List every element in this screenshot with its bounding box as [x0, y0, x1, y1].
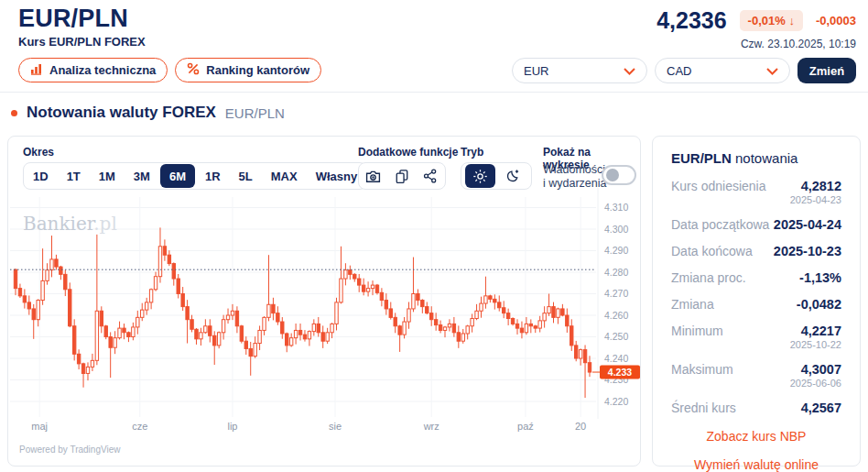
- change-percent-badge: -0,01% ↓: [740, 10, 803, 31]
- stat-row: Zmiana-0,0482: [671, 297, 841, 312]
- powered-by-tradingview: Powered by TradingView: [19, 445, 121, 455]
- header-divider: [0, 92, 868, 93]
- period-button-max[interactable]: MAX: [262, 162, 307, 190]
- stat-sub-date: 2025-10-22: [671, 339, 841, 350]
- stat-sub-date: 2025-06-06: [671, 378, 841, 389]
- chart-panel: Okres 1D1T1M3M6M1R5LMAXWłasny Dodatkowe …: [7, 136, 641, 467]
- candlestick-chart[interactable]: 4.3104.3004.2904.2804.2704.2604.2504.240…: [8, 188, 642, 467]
- period-button-group: 1D1T1M3M6M1R5LMAXWłasny: [23, 162, 367, 190]
- stat-row: Kurs odniesienia4,2812: [671, 179, 841, 193]
- svg-text:4.290: 4.290: [604, 245, 628, 256]
- currency-to-select[interactable]: CAD: [655, 58, 790, 83]
- current-price: 4,2336: [656, 7, 726, 34]
- svg-text:sie: sie: [329, 421, 342, 432]
- stat-row: Data końcowa2025-10-23: [671, 244, 841, 258]
- share-icon[interactable]: [417, 163, 445, 189]
- camera-icon[interactable]: [359, 163, 387, 189]
- stat-row: Minimum4,2217: [671, 324, 841, 338]
- page-title: EUR/PLN: [18, 5, 128, 33]
- news-toggle[interactable]: [602, 165, 636, 185]
- extra-functions-label: Dodatkowe funkcje: [358, 146, 458, 159]
- change-absolute: -0,0003: [816, 14, 856, 27]
- svg-text:4.220: 4.220: [604, 396, 628, 407]
- sidebar-rows: Kurs odniesienia4,28122025-04-23Data poc…: [671, 179, 841, 415]
- copy-icon[interactable]: [387, 163, 416, 189]
- currency-converter: EUR CAD Zmień: [512, 58, 856, 83]
- svg-text:maj: maj: [31, 421, 48, 432]
- quote-block: 4,2336 -0,01% ↓ -0,0003: [656, 7, 856, 34]
- svg-text:4.280: 4.280: [604, 267, 628, 278]
- stats-sidebar: EUR/PLN notowania Kurs odniesienia4,2812…: [652, 136, 861, 467]
- period-button-1m[interactable]: 1M: [90, 162, 125, 190]
- moon-icon[interactable]: [495, 163, 529, 189]
- percent-icon: [187, 62, 200, 78]
- currency-to-value: CAD: [667, 64, 691, 78]
- header-buttons: Analiza techniczna Ranking kantorów: [18, 58, 321, 82]
- svg-text:wrz: wrz: [423, 421, 439, 432]
- technical-analysis-label: Analiza techniczna: [49, 63, 156, 77]
- svg-text:lip: lip: [227, 421, 237, 432]
- chevron-down-icon: [766, 64, 778, 78]
- candles: [14, 227, 591, 398]
- svg-text:paź: paź: [517, 421, 534, 432]
- period-button-5l[interactable]: 5L: [230, 162, 262, 190]
- extra-functions-group: [358, 162, 446, 190]
- section-title-pair: EUR/PLN: [225, 105, 285, 121]
- svg-text:4.300: 4.300: [604, 224, 628, 235]
- exchange-ranking-label: Ranking kantorów: [206, 63, 309, 77]
- sidebar-links: Zobacz kurs NBPWymień walutę online: [671, 429, 841, 472]
- sidebar-title: EUR/PLN notowania: [671, 150, 841, 166]
- bullet-icon: [11, 110, 17, 116]
- bankier-watermark: Bankier.pl: [23, 213, 117, 235]
- period-label: Okres: [23, 146, 54, 159]
- stat-row: Średni kurs4,2567: [671, 401, 841, 415]
- overlay-option-label: Wiadomości i wydarzenia: [543, 163, 606, 191]
- stat-row: Data początkowa2025-04-24: [671, 217, 841, 232]
- toggle-knob: [606, 169, 619, 181]
- svg-text:cze: cze: [132, 421, 147, 432]
- technical-analysis-button[interactable]: Analiza techniczna: [18, 58, 168, 82]
- mode-group: [461, 162, 532, 190]
- sun-icon[interactable]: [465, 164, 495, 188]
- swap-button[interactable]: Zmień: [797, 58, 856, 83]
- exchange-online-link[interactable]: Wymień walutę online: [671, 457, 841, 472]
- page: EUR/PLN Kurs EUR/PLN FOREX 4,2336 -0,01%…: [0, 0, 868, 472]
- svg-text:4.260: 4.260: [604, 310, 628, 321]
- axis-labels: 4.3104.3004.2904.2804.2704.2604.2504.240…: [31, 202, 628, 432]
- exchange-ranking-button[interactable]: Ranking kantorów: [175, 58, 321, 82]
- period-button-1d[interactable]: 1D: [24, 162, 58, 190]
- stat-row: Zmiana proc.-1,13%: [671, 270, 841, 285]
- period-button-6m[interactable]: 6M: [160, 164, 195, 188]
- bar-chart-icon: [30, 62, 43, 78]
- svg-text:4.233: 4.233: [608, 367, 632, 378]
- section-header: Notowania waluty FOREX EUR/PLN: [11, 104, 285, 122]
- svg-text:4.240: 4.240: [604, 353, 628, 364]
- section-title: Notowania waluty FOREX: [27, 104, 216, 122]
- chevron-down-icon: [624, 64, 635, 78]
- svg-text:4.270: 4.270: [604, 288, 628, 299]
- nbp-rate-link[interactable]: Zobacz kurs NBP: [671, 429, 841, 444]
- period-button-3m[interactable]: 3M: [125, 162, 159, 190]
- currency-from-select[interactable]: EUR: [512, 58, 647, 83]
- page-subtitle: Kurs EUR/PLN FOREX: [18, 35, 146, 49]
- currency-from-value: EUR: [524, 64, 548, 78]
- svg-text:4.310: 4.310: [604, 202, 628, 213]
- quote-timestamp: Czw. 23.10.2025, 10:19: [741, 38, 856, 50]
- svg-text:20: 20: [575, 421, 586, 432]
- stat-sub-date: 2025-04-23: [671, 194, 841, 205]
- svg-text:4.250: 4.250: [604, 331, 628, 342]
- period-button-1r[interactable]: 1R: [196, 162, 230, 190]
- stat-row: Maksimum4,3007: [671, 362, 841, 377]
- mode-label: Tryb: [461, 146, 483, 159]
- period-button-1t[interactable]: 1T: [58, 162, 90, 190]
